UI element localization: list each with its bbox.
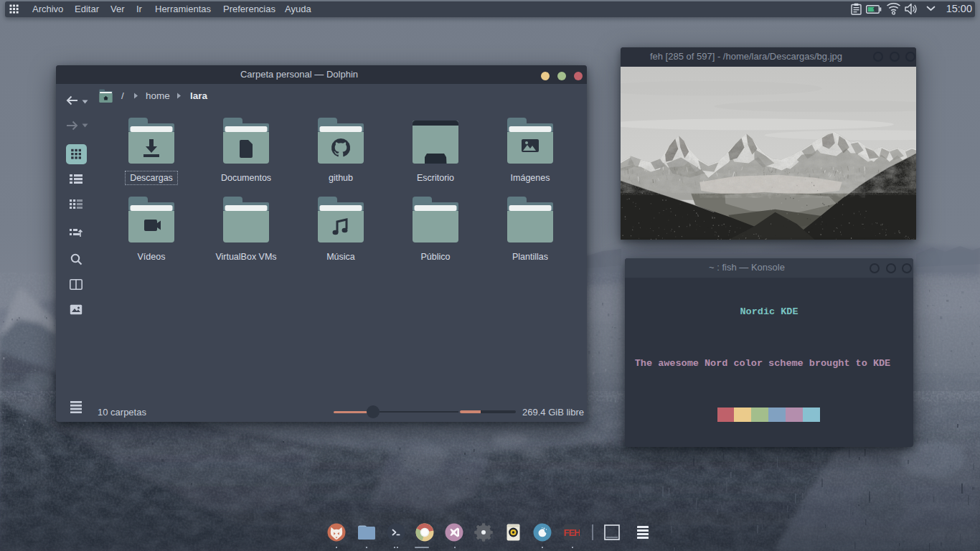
svg-text:FEH: FEH [564, 527, 580, 538]
